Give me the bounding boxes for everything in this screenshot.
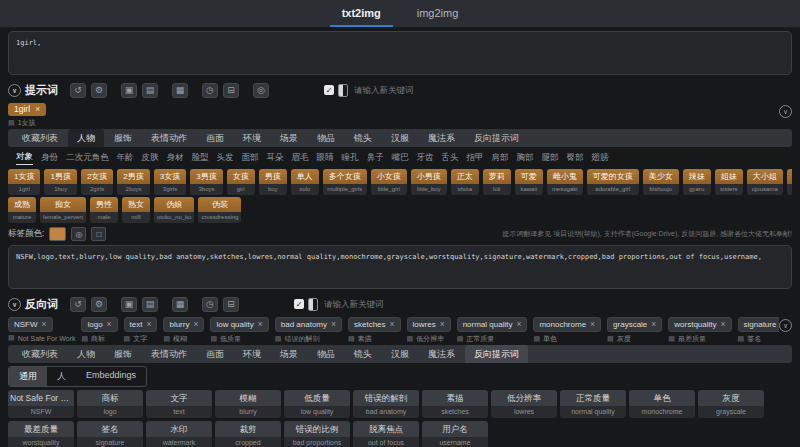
tag-button[interactable]: 萝莉 loli bbox=[483, 169, 511, 195]
category-tab[interactable]: 镜头 bbox=[345, 345, 381, 363]
negative-tag-button[interactable]: Not Safe For W... NSFW bbox=[8, 390, 74, 418]
tag-button[interactable]: 男孩 boy bbox=[259, 169, 287, 195]
category-tab[interactable]: 服饰 bbox=[105, 129, 141, 147]
negative-subtab[interactable]: 人 bbox=[47, 367, 76, 386]
collapse-chevron-icon[interactable]: ∨ bbox=[8, 298, 21, 311]
notebook-icon[interactable]: ▤ bbox=[142, 297, 158, 312]
subcategory-tab[interactable]: 鼻子 bbox=[367, 152, 384, 165]
negative-tag-button[interactable]: 低分辨率 lowres bbox=[491, 390, 557, 418]
collapse-tag-panel-icon[interactable]: ∨ bbox=[779, 105, 792, 118]
subcategory-tab[interactable]: 耳朵 bbox=[267, 152, 284, 165]
negative-tag-chip[interactable]: grayscale × bbox=[607, 317, 662, 332]
prompt-tag-chip[interactable]: 1girl × bbox=[8, 103, 46, 116]
subcategory-tab[interactable]: 牙齿 bbox=[417, 152, 434, 165]
tag-button[interactable]: 多个女孩 multiple_girls bbox=[323, 169, 367, 195]
remove-tag-icon[interactable]: × bbox=[331, 320, 336, 329]
category-tab[interactable]: 环境 bbox=[234, 129, 270, 147]
save-icon[interactable]: ▣ bbox=[121, 83, 137, 98]
tag-button[interactable]: 可爱 kawaii bbox=[515, 169, 543, 195]
category-tab[interactable]: 魔法系 bbox=[419, 345, 464, 363]
tag-button[interactable]: 辣妹 gyaru bbox=[683, 169, 711, 195]
negative-tag-chip[interactable]: worstquality × bbox=[668, 317, 731, 332]
negative-section-header[interactable]: ∨ 反向词 bbox=[8, 297, 58, 312]
remove-tag-icon[interactable]: × bbox=[193, 320, 198, 329]
tag-button[interactable]: 大小姐 ojousama bbox=[747, 169, 783, 195]
category-tab[interactable]: 收藏列表 bbox=[13, 345, 67, 363]
subcategory-tab[interactable]: 腿部 bbox=[542, 152, 559, 165]
subcategory-tab[interactable]: 翅膀 bbox=[592, 152, 609, 165]
tag-button[interactable]: 可爱的女孩 adorable_girl bbox=[587, 169, 639, 195]
subcategory-tab[interactable]: 舌头 bbox=[442, 152, 459, 165]
negative-tag-button[interactable]: 正常质量 normal quality bbox=[560, 390, 626, 418]
subcategory-tab[interactable]: 臀部 bbox=[567, 152, 584, 165]
category-tab[interactable]: 画面 bbox=[197, 129, 233, 147]
negative-tag-chip[interactable]: logo × bbox=[81, 317, 117, 332]
translate-checkbox[interactable]: ✓ bbox=[324, 85, 334, 95]
negative-tag-button[interactable]: 最差质量 worstquality bbox=[8, 421, 74, 447]
tag-button[interactable]: 正太 shota bbox=[451, 169, 479, 195]
remove-tag-icon[interactable]: × bbox=[590, 320, 595, 329]
history-icon[interactable]: ◷ bbox=[202, 297, 218, 312]
subcategory-tab[interactable]: 面部 bbox=[242, 152, 259, 165]
tag-button[interactable]: 3男孩 3boys bbox=[190, 169, 222, 195]
negative-tag-chip[interactable]: text × bbox=[124, 317, 158, 332]
negative-prompt-textarea[interactable]: NSFW,logo,text,blurry,low quality,bad an… bbox=[8, 245, 792, 289]
negative-tag-button[interactable]: 模糊 blurry bbox=[215, 390, 281, 418]
subcategory-tab[interactable]: 脸型 bbox=[192, 152, 209, 165]
subcategory-tab[interactable]: 眼睛 bbox=[317, 152, 334, 165]
remove-tag-icon[interactable]: × bbox=[258, 320, 263, 329]
category-tab[interactable]: 场景 bbox=[271, 345, 307, 363]
category-tab[interactable]: 人物 bbox=[68, 129, 104, 147]
category-tab[interactable]: 人物 bbox=[68, 345, 104, 363]
subcategory-tab[interactable]: 肩部 bbox=[492, 152, 509, 165]
subcategory-tab[interactable]: 皮肤 bbox=[142, 152, 159, 165]
subcategory-tab[interactable]: 嘴巴 bbox=[392, 152, 409, 165]
tag-button[interactable]: 雌小鬼 mesugaki bbox=[547, 169, 583, 195]
trash-icon[interactable]: ⊟ bbox=[223, 83, 239, 98]
negative-tag-chip[interactable]: monochrome × bbox=[533, 317, 601, 332]
negative-tag-chip[interactable]: sketches × bbox=[348, 317, 401, 332]
negative-tag-button[interactable]: 水印 watermark bbox=[146, 421, 212, 447]
subcategory-tab[interactable]: 头发 bbox=[217, 152, 234, 165]
category-tab[interactable]: 服饰 bbox=[105, 345, 141, 363]
tag-button[interactable]: 2男孩 2boys bbox=[117, 169, 149, 195]
category-tab[interactable]: 场景 bbox=[271, 129, 307, 147]
tag-button[interactable]: 女孩 girl bbox=[227, 169, 255, 195]
negative-tag-chip[interactable]: low quality × bbox=[210, 317, 268, 332]
collapse-tag-panel-icon[interactable]: ∨ bbox=[779, 319, 792, 332]
tag-button[interactable]: 成熟 mature bbox=[8, 197, 36, 223]
tab-txt2img[interactable]: txt2img bbox=[336, 0, 387, 27]
remove-tag-icon[interactable]: × bbox=[721, 320, 726, 329]
negative-tag-chip[interactable]: lowres × bbox=[407, 317, 451, 332]
negative-tag-button[interactable]: 单色 monochrome bbox=[629, 390, 695, 418]
save-icon[interactable]: ▣ bbox=[121, 297, 137, 312]
new-keyword-input[interactable] bbox=[352, 84, 486, 96]
subcategory-tab[interactable]: 眉毛 bbox=[292, 152, 309, 165]
info-icon[interactable]: ◎ bbox=[253, 83, 269, 98]
category-tab[interactable]: 表情动作 bbox=[142, 129, 196, 147]
negative-tag-chip[interactable]: normal quality × bbox=[457, 317, 528, 332]
translate-checkbox[interactable]: ✓ bbox=[294, 299, 304, 309]
category-tab[interactable]: 画面 bbox=[197, 345, 233, 363]
notebook-icon[interactable]: ▤ bbox=[142, 83, 158, 98]
category-tab[interactable]: 反向提示词 bbox=[465, 129, 528, 147]
color-picker-icon[interactable]: ◎ bbox=[71, 227, 86, 241]
negative-tag-button[interactable]: 用户名 username bbox=[422, 421, 488, 447]
subcategory-tab[interactable]: 对象 bbox=[16, 151, 33, 165]
subcategory-tab[interactable]: 二次元角色 bbox=[66, 152, 109, 165]
panel-toggle-icon[interactable] bbox=[308, 298, 318, 311]
tag-color-swatch[interactable] bbox=[49, 227, 66, 241]
negative-tag-button[interactable]: 脱离焦点 out of focus bbox=[353, 421, 419, 447]
remove-tag-icon[interactable]: × bbox=[42, 320, 47, 329]
remove-tag-icon[interactable]: × bbox=[651, 320, 656, 329]
prompt-section-header[interactable]: ∨ 提示词 bbox=[8, 83, 58, 98]
negative-tag-chip[interactable]: blurry × bbox=[163, 317, 204, 332]
subcategory-tab[interactable]: 指甲 bbox=[467, 152, 484, 165]
category-tab[interactable]: 魔法系 bbox=[419, 129, 464, 147]
negative-subtab[interactable]: Embeddings bbox=[76, 367, 146, 386]
collapse-chevron-icon[interactable]: ∨ bbox=[8, 84, 21, 97]
tab-img2img[interactable]: img2img bbox=[411, 0, 465, 27]
history-icon[interactable]: ◷ bbox=[202, 83, 218, 98]
category-tab[interactable]: 物品 bbox=[308, 129, 344, 147]
settings-icon[interactable]: ⚙ bbox=[91, 83, 107, 98]
